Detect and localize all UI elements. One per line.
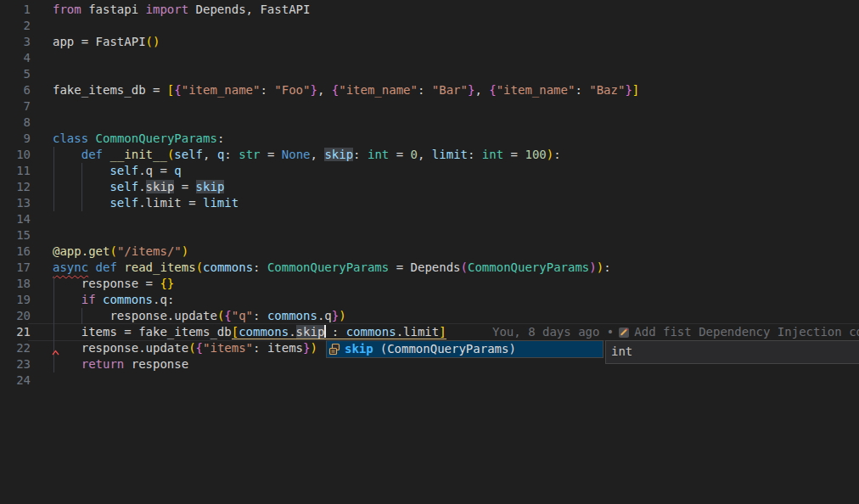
line-number[interactable]: 23 bbox=[0, 356, 31, 372]
code-line[interactable]: 14 bbox=[0, 211, 859, 227]
line-number[interactable]: 14 bbox=[0, 211, 31, 227]
line-number[interactable]: 21 bbox=[0, 324, 31, 340]
code-token: : bbox=[217, 132, 224, 145]
code-token: = bbox=[389, 148, 410, 161]
code-token: ) bbox=[597, 260, 604, 274]
line-number[interactable]: 7 bbox=[0, 98, 31, 115]
git-blame-annotation[interactable]: You, 8 days ago • Add fist Dependency In… bbox=[492, 324, 859, 340]
line-number[interactable]: 11 bbox=[0, 163, 31, 179]
code-text: return response bbox=[31, 356, 188, 372]
code-text: @app.get("/items/") bbox=[31, 244, 188, 260]
code-token: import bbox=[146, 3, 189, 16]
indent-guide bbox=[81, 179, 82, 195]
indent-guide bbox=[81, 195, 82, 211]
code-line[interactable]: 6fake_items_db = [{"item_name": "Foo"}, … bbox=[0, 82, 859, 98]
edit-pencil-icon bbox=[618, 327, 630, 339]
code-token: return bbox=[81, 357, 125, 371]
code-line[interactable]: 18 response = {} bbox=[0, 276, 859, 292]
line-number[interactable]: 1 bbox=[0, 2, 31, 18]
suggest-widget: skip (CommonQueryParams) bbox=[326, 340, 604, 358]
code-line[interactable]: 4 bbox=[0, 50, 859, 66]
code-token: ) bbox=[547, 148, 553, 161]
code-line[interactable]: 15 bbox=[0, 227, 859, 244]
line-number[interactable]: 5 bbox=[0, 66, 31, 82]
code-token: "Baz" bbox=[589, 83, 625, 97]
code-token: ( bbox=[461, 260, 468, 274]
line-number[interactable]: 3 bbox=[0, 34, 31, 50]
code-text: response = {} bbox=[31, 276, 174, 292]
line-number[interactable]: 10 bbox=[0, 147, 31, 163]
code-token: self bbox=[174, 148, 203, 161]
code-line[interactable]: 3app = FastAPI() bbox=[0, 34, 859, 50]
line-number[interactable]: 4 bbox=[0, 50, 31, 66]
code-token: { bbox=[332, 83, 339, 97]
code-line[interactable]: 10 def __init__(self, q: str = None, ski… bbox=[0, 147, 859, 163]
code-token: Depends bbox=[411, 260, 461, 274]
code-line[interactable]: 8 bbox=[0, 115, 859, 131]
code-line[interactable]: 7 bbox=[0, 98, 859, 115]
code-text: if commons.q: bbox=[31, 292, 174, 308]
code-line[interactable]: 17async def read_items(commons: CommonQu… bbox=[0, 260, 859, 276]
indent-guide bbox=[53, 324, 54, 340]
code-text bbox=[31, 18, 53, 34]
code-token: ) bbox=[311, 341, 317, 355]
code-token: str bbox=[239, 148, 260, 161]
code-token: @app.get bbox=[53, 244, 109, 258]
code-token: : bbox=[418, 83, 432, 97]
code-line[interactable]: 11 self.q = q bbox=[0, 163, 859, 179]
code-token: ( bbox=[109, 244, 116, 258]
code-line[interactable]: 1from fastapi import Depends, FastAPI bbox=[0, 2, 859, 18]
line-number[interactable]: 15 bbox=[0, 227, 31, 244]
code-text bbox=[31, 98, 53, 115]
line-number[interactable]: 9 bbox=[0, 131, 31, 147]
line-number[interactable]: 22 bbox=[0, 340, 31, 356]
code-text: response.update({"items": items}) bbox=[31, 340, 317, 356]
blame-commit-message: Add fist Dependency Injection co bbox=[634, 324, 859, 340]
line-number[interactable]: 12 bbox=[0, 179, 31, 195]
code-token: app = FastAPI bbox=[53, 35, 146, 48]
line-number[interactable]: 20 bbox=[0, 308, 31, 324]
code-line[interactable]: 5 bbox=[0, 66, 859, 82]
line-number[interactable]: 8 bbox=[0, 115, 31, 131]
code-line[interactable]: 24 bbox=[0, 372, 859, 389]
code-text bbox=[31, 50, 53, 66]
line-number[interactable]: 13 bbox=[0, 195, 31, 211]
line-number[interactable]: 2 bbox=[0, 18, 31, 34]
code-token: . bbox=[289, 325, 295, 339]
code-token: ) bbox=[182, 244, 188, 258]
code-token: "items" bbox=[203, 341, 253, 355]
bracket-pair-underline bbox=[232, 339, 446, 339]
line-number[interactable]: 24 bbox=[0, 372, 31, 389]
code-line[interactable]: 20 response.update({"q": commons.q}) bbox=[0, 308, 859, 324]
code-line[interactable]: 9class CommonQueryParams: bbox=[0, 131, 859, 147]
indent-guide bbox=[53, 147, 54, 163]
code-token: self bbox=[109, 164, 138, 177]
code-line[interactable]: 19 if commons.q: bbox=[0, 292, 859, 308]
suggest-detail: (CommonQueryParams) bbox=[380, 341, 516, 357]
code-line[interactable]: 12 self.skip = skip bbox=[0, 179, 859, 195]
code-token: "/items/" bbox=[117, 244, 182, 258]
indent-guide bbox=[53, 195, 54, 211]
code-editor[interactable]: 1from fastapi import Depends, FastAPI23a… bbox=[0, 0, 859, 504]
code-token: None bbox=[282, 148, 311, 161]
suggest-item-skip[interactable]: skip (CommonQueryParams) bbox=[328, 341, 516, 357]
line-number[interactable]: 19 bbox=[0, 292, 31, 308]
code-token: Depends, FastAPI bbox=[188, 3, 310, 16]
code-token bbox=[53, 293, 81, 306]
code-line[interactable]: 16@app.get("/items/") bbox=[0, 244, 859, 260]
code-token: { bbox=[224, 309, 231, 322]
code-text: response.update({"q": commons.q}) bbox=[31, 308, 346, 324]
code-line[interactable]: 2 bbox=[0, 18, 859, 34]
code-line[interactable]: 13 self.limit = limit bbox=[0, 195, 859, 211]
code-token: "item_name" bbox=[182, 83, 261, 97]
code-token: "item_name" bbox=[339, 83, 418, 97]
code-token: , bbox=[317, 83, 332, 97]
code-token: __init__ bbox=[109, 148, 166, 161]
code-token: skip bbox=[324, 148, 353, 161]
code-text: class CommonQueryParams: bbox=[31, 131, 224, 147]
line-number[interactable]: 6 bbox=[0, 82, 31, 98]
line-number[interactable]: 17 bbox=[0, 260, 31, 276]
line-number[interactable]: 16 bbox=[0, 244, 31, 260]
code-token: response.update bbox=[53, 341, 188, 355]
line-number[interactable]: 18 bbox=[0, 276, 31, 292]
